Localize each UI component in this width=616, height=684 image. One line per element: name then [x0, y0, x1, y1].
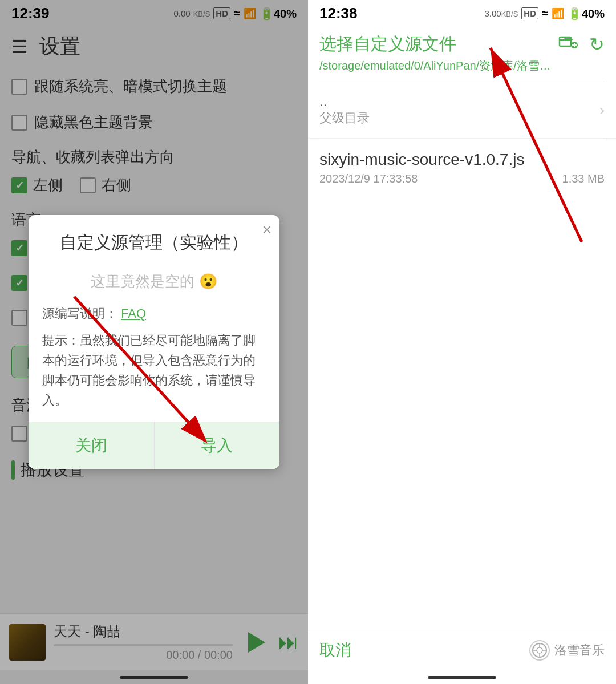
file-name: sixyin-music-source-v1.0.7.js: [319, 151, 605, 169]
refresh-icon[interactable]: ↻: [589, 34, 605, 55]
dialog-warning-text: 提示：虽然我们已经尽可能地隔离了脚本的运行环境，但导入包含恶意行为的脚本仍可能会…: [29, 327, 279, 422]
file-list: .. 父级目录 › sixyin-music-source-v1.0.7.js …: [308, 82, 616, 356]
dialog-import-btn[interactable]: 导入: [155, 422, 280, 469]
file-entry[interactable]: sixyin-music-source-v1.0.7.js 2023/12/9 …: [308, 139, 616, 197]
dialog-faq-row: 源编写说明： FAQ: [29, 305, 279, 327]
status-icons-right: 3.00KB/S HD ≈ 📶 🔋40%: [484, 7, 605, 21]
dialog-close-btn[interactable]: 关闭: [29, 422, 155, 469]
brand-logo: 洛雪音乐: [529, 640, 605, 661]
signal-icon-right: 📶: [552, 7, 564, 20]
parent-dir-item[interactable]: .. 父级目录 ›: [308, 82, 616, 139]
right-header-icons: ↻: [558, 33, 605, 56]
dialog-overlay: × 自定义源管理（实验性） 这里竟然是空的 😮 源编写说明： FAQ 提示：虽然…: [0, 0, 308, 684]
home-indicator-right: [308, 670, 616, 684]
custom-source-dialog: × 自定义源管理（实验性） 这里竟然是空的 😮 源编写说明： FAQ 提示：虽然…: [29, 215, 279, 470]
parent-dir-dots: ..: [319, 94, 370, 110]
parent-dir-label: 父级目录: [319, 110, 370, 127]
file-date: 2023/12/9 17:33:58: [319, 172, 418, 185]
chevron-right-icon: ›: [599, 101, 605, 119]
right-header: 选择自定义源文件 /storage/emulated/0/AliYunPan/资…: [308, 27, 616, 82]
time-right: 12:38: [319, 5, 358, 22]
battery-icon-right: 🔋40%: [568, 7, 605, 21]
parent-dir-info: .. 父级目录: [319, 94, 370, 127]
svg-point-10: [537, 647, 542, 653]
status-text-right: 3.00KB/S: [484, 9, 518, 18]
add-folder-icon[interactable]: [558, 33, 578, 56]
dialog-title: 自定义源管理（实验性）: [29, 215, 279, 260]
brand-icon: [529, 640, 550, 661]
dialog-faq-label: 源编写说明：: [42, 306, 117, 321]
cancel-button[interactable]: 取消: [319, 640, 351, 661]
right-footer: 取消 洛雪音乐: [308, 630, 616, 670]
dialog-faq-link[interactable]: FAQ: [121, 306, 146, 321]
right-panel-subtitle: /storage/emulated/0/AliYunPan/资源库/洛雪…: [319, 58, 551, 74]
right-header-text: 选择自定义源文件 /storage/emulated/0/AliYunPan/资…: [319, 33, 551, 74]
dialog-empty-text: 这里竟然是空的 😮: [29, 260, 279, 305]
right-panel: 12:38 3.00KB/S HD ≈ 📶 🔋40% 选择自定义源文件 /sto…: [308, 0, 616, 684]
wifi-icon-right: ≈: [542, 7, 548, 20]
left-panel: 12:39 0.00 KB/S HD ≈ 📶 🔋40% ☰ 设置 跟随系统亮、暗…: [0, 0, 308, 684]
right-panel-title: 选择自定义源文件: [319, 33, 551, 56]
file-size: 1.33 MB: [562, 172, 605, 185]
home-bar-right: [428, 676, 496, 679]
hd-badge-right: HD: [521, 7, 538, 19]
dialog-buttons: 关闭 导入: [29, 422, 279, 469]
dialog-close-button[interactable]: ×: [262, 221, 271, 239]
right-content-area: [308, 356, 616, 630]
status-bar-right: 12:38 3.00KB/S HD ≈ 📶 🔋40%: [308, 0, 616, 27]
brand-name: 洛雪音乐: [554, 642, 605, 659]
file-meta: 2023/12/9 17:33:58 1.33 MB: [319, 172, 605, 185]
